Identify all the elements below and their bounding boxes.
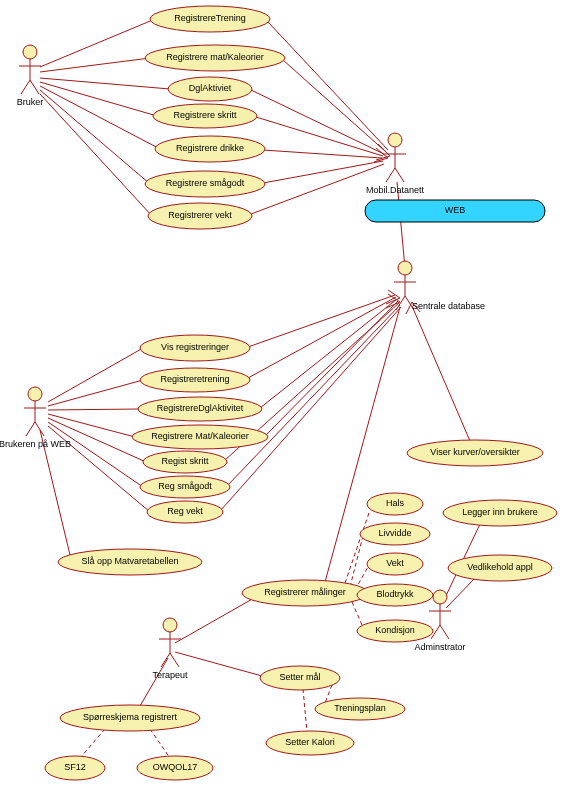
uc-label: Registrerer vekt (168, 210, 232, 220)
uc-label: Registreretrening (160, 374, 229, 384)
assoc-line (48, 409, 140, 410)
extend-line (303, 689, 307, 732)
svg-line-5 (263, 161, 383, 183)
uc-label: Spørreskjema registrert (83, 712, 178, 722)
uc-label: RegistrereDglAktivitet (157, 403, 244, 413)
uc-label: Legger inn brukere (462, 507, 538, 517)
uc-label: Registrere smågodt (166, 178, 245, 188)
uc-label: Kondisjon (375, 625, 415, 635)
assoc-line (48, 380, 143, 406)
svg-point-14 (23, 45, 37, 59)
web-label: WEB (445, 205, 466, 215)
uc-label: Registrerer målinger (264, 587, 346, 597)
svg-line-23 (395, 168, 404, 182)
actor-label: Mobil.Datanett (366, 185, 425, 195)
uc-label: Registrere mat/Kaleorier (166, 52, 264, 62)
actor-label: Bruker (17, 97, 44, 107)
svg-point-39 (433, 590, 447, 604)
uc-label: Regist skritt (161, 456, 209, 466)
uc-label: Viser kurver/oversikter (430, 447, 519, 457)
uc-label: RegistrereTrening (174, 13, 246, 23)
assoc-line (40, 86, 160, 149)
uc-label: Registrere drikke (176, 143, 244, 153)
assoc-line (48, 348, 143, 402)
assoc-line (48, 414, 135, 437)
svg-point-19 (388, 133, 402, 147)
svg-line-43 (440, 625, 449, 639)
actor-label: Sentrale database (412, 301, 485, 311)
svg-line-32 (26, 422, 35, 436)
svg-line-22 (386, 168, 395, 182)
uc-label: Slå opp Matvaretabellen (81, 556, 178, 566)
extend-line (352, 602, 362, 625)
uc-label: Blodtrykk (376, 589, 414, 599)
uc-label: Vis registreringer (161, 342, 229, 352)
assoc-line (140, 658, 168, 706)
assoc-line (40, 82, 157, 116)
uc-label: Registrere skritt (173, 110, 237, 120)
actor-label: Brukeren på WEB (0, 439, 71, 449)
actor-label: Terapeut (152, 670, 188, 680)
svg-line-33 (35, 422, 44, 436)
actor-brukeren-web: Brukeren på WEB (0, 387, 71, 449)
svg-point-29 (28, 387, 42, 401)
svg-line-17 (21, 80, 30, 94)
svg-line-0 (268, 22, 388, 150)
uc-label: DglAktiviet (189, 83, 232, 93)
uc-label: Treningsplan (334, 703, 386, 713)
use-cases: RegistrereTrening Registrere mat/Kaleori… (45, 6, 557, 780)
assoc-line (40, 90, 150, 184)
actor-label: Adminstrator (414, 642, 465, 652)
svg-line-1 (283, 60, 386, 152)
assoc-line (412, 306, 470, 441)
uc-label: Reg vekt (167, 506, 203, 516)
assoc-line (446, 575, 478, 608)
svg-point-24 (398, 261, 412, 275)
extend-line (80, 729, 105, 758)
svg-line-12 (228, 305, 400, 485)
uc-label: Registrere Mat/Kaleorier (151, 431, 249, 441)
svg-line-38 (170, 653, 179, 667)
uc-label: OWQOL17 (153, 762, 198, 772)
uc-label: Setter mål (279, 672, 320, 682)
svg-line-6 (251, 164, 384, 214)
extend-line (345, 510, 370, 583)
svg-line-37 (161, 653, 170, 667)
uc-label: SF12 (64, 762, 86, 772)
use-case-diagram: WEB Bruker Mobil.Datanett Sentrale datab… (0, 0, 587, 803)
arrows-to-sentrale (221, 290, 401, 510)
uc-label: Hals (386, 498, 405, 508)
uc-label: Vedlikehold appl (467, 562, 533, 572)
uc-label: Setter Kalori (285, 737, 335, 747)
uc-label: Livvidde (378, 528, 411, 538)
assoc-line (40, 94, 152, 216)
extend-line (150, 729, 170, 758)
actor-sentrale-database: Sentrale database (394, 261, 485, 311)
svg-line-4 (263, 150, 382, 158)
assoc-line (175, 598, 254, 643)
assoc-line (175, 652, 262, 676)
actor-terapeut: Terapeut (152, 618, 188, 680)
svg-line-18 (30, 80, 39, 94)
svg-point-34 (163, 618, 177, 632)
actor-bruker: Bruker (17, 45, 44, 107)
uc-label: Reg smågodt (158, 481, 212, 491)
uc-label: Vekt (386, 558, 404, 568)
